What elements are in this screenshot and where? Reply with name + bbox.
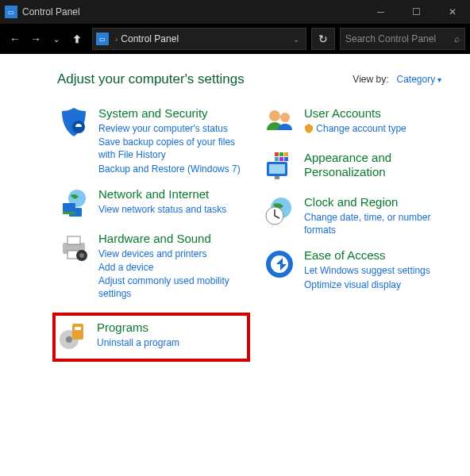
category-link[interactable]: Save backup copies of your files with Fi… [98, 136, 250, 161]
category-title[interactable]: System and Security [98, 106, 250, 121]
highlighted-category: Programs Uninstall a program [52, 313, 250, 362]
up-button[interactable] [67, 28, 87, 50]
svg-point-15 [280, 113, 290, 122]
category-title[interactable]: Network and Internet [98, 187, 250, 202]
breadcrumb-location[interactable]: Control Panel [121, 33, 179, 44]
svg-rect-23 [269, 164, 285, 174]
svg-rect-4 [63, 212, 75, 214]
control-panel-icon: ▭ [5, 6, 17, 18]
category-title[interactable]: Ease of Access [304, 248, 456, 263]
category-hardware-sound: Hardware and Sound View devices and prin… [57, 232, 250, 301]
category-link[interactable]: View network status and tasks [98, 203, 250, 216]
svg-rect-21 [284, 157, 288, 161]
forward-button[interactable]: → [25, 28, 46, 50]
clock-globe-icon [263, 195, 296, 228]
address-icon: ▭ [96, 33, 109, 45]
viewby-select[interactable]: Category [397, 74, 441, 85]
svg-rect-12 [72, 324, 83, 340]
category-link[interactable]: Change date, time, or number formats [304, 211, 456, 236]
page-heading: Adjust your computer's settings [57, 71, 245, 87]
back-button[interactable]: ← [5, 28, 25, 50]
search-placeholder: Search Control Panel [345, 33, 436, 44]
category-user-accounts: User Accounts Change account type [263, 106, 456, 140]
category-link[interactable]: Add a device [98, 261, 250, 274]
svg-point-11 [66, 336, 72, 343]
nav-bar: ← → ⌄ ▭ › Control Panel ⌄ ↻ Search Contr… [0, 24, 470, 54]
category-programs: Programs Uninstall a program [56, 321, 242, 354]
globe-network-icon [57, 187, 91, 221]
printer-icon [57, 232, 91, 265]
close-button[interactable]: ✕ [434, 0, 470, 24]
svg-rect-17 [279, 152, 283, 156]
category-title[interactable]: Appearance and Personalization [304, 151, 456, 179]
breadcrumb-chevron-icon: › [115, 35, 118, 44]
search-input[interactable]: Search Control Panel ⌕ [340, 28, 465, 50]
ease-of-access-icon [263, 248, 296, 282]
svg-point-9 [79, 253, 84, 258]
category-link[interactable]: Optimize visual display [304, 278, 456, 291]
svg-point-14 [269, 110, 280, 121]
search-icon: ⌕ [454, 33, 460, 44]
address-bar[interactable]: ▭ › Control Panel ⌄ [92, 28, 306, 50]
category-link[interactable]: Review your computer's status [98, 122, 250, 135]
monitor-colors-icon [263, 151, 296, 184]
category-title[interactable]: Programs [97, 321, 242, 335]
viewby-label: View by: [352, 74, 388, 85]
link-text: Change account type [316, 123, 406, 134]
category-link[interactable]: Adjust commonly used mobility settings [98, 274, 250, 300]
svg-rect-13 [75, 327, 81, 330]
category-title[interactable]: Clock and Region [304, 195, 456, 209]
programs-icon [56, 321, 89, 354]
shield-icon [57, 106, 91, 140]
category-link[interactable]: Backup and Restore (Windows 7) [98, 163, 250, 175]
svg-rect-20 [279, 157, 283, 161]
svg-rect-19 [275, 157, 279, 161]
category-link[interactable]: Change account type [304, 122, 456, 135]
category-ease-of-access: Ease of Access Let Windows suggest setti… [263, 248, 456, 291]
window-title: Control Panel [22, 6, 80, 17]
category-network-internet: Network and Internet View network status… [57, 187, 250, 221]
svg-rect-6 [67, 236, 80, 244]
recent-dropdown[interactable]: ⌄ [46, 28, 67, 50]
category-link[interactable]: Let Windows suggest settings [304, 264, 456, 277]
svg-rect-16 [275, 152, 279, 156]
minimize-button[interactable]: ─ [363, 0, 399, 24]
category-title[interactable]: User Accounts [304, 106, 456, 121]
svg-rect-24 [275, 176, 279, 179]
category-title[interactable]: Hardware and Sound [98, 232, 250, 246]
category-link[interactable]: Uninstall a program [97, 336, 242, 349]
svg-rect-18 [284, 152, 288, 156]
category-link[interactable]: View devices and printers [98, 248, 250, 260]
category-system-security: System and Security Review your computer… [57, 106, 250, 176]
content-area: Adjust your computer's settings View by:… [0, 54, 470, 362]
category-appearance: Appearance and Personalization [263, 151, 456, 184]
address-dropdown-icon[interactable]: ⌄ [290, 35, 302, 44]
category-clock-region: Clock and Region Change date, time, or n… [263, 195, 456, 237]
title-bar: ▭ Control Panel ─ ☐ ✕ [0, 0, 470, 24]
refresh-button[interactable]: ↻ [311, 28, 335, 50]
users-icon [263, 106, 296, 140]
maximize-button[interactable]: ☐ [399, 0, 434, 24]
